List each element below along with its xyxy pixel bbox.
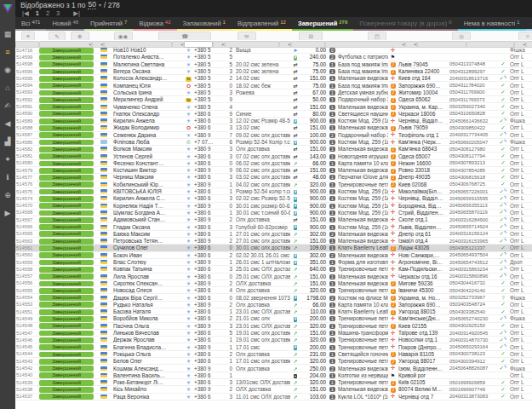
table-row[interactable]: 514579ЗавершенийКостишин Виктор✳+380 990… [15, 167, 532, 174]
table-row[interactable]: 514596ЗавершенийВегера Оксана✳+380 5320.… [15, 68, 532, 75]
table-row[interactable]: 514542ЗавершенийКошмак Александ…✳+380 90… [15, 365, 532, 372]
payment-bank-icon: ₴ [294, 345, 298, 350]
country-cell [100, 188, 112, 194]
payment-cell: ⇄ [290, 146, 300, 152]
table-row[interactable]: 514570ЗавершенийКорнелюк Надія Т…✳+380 9… [15, 203, 532, 210]
delivery-courier-icon: J [391, 112, 396, 117]
marketing-icon[interactable]: ◀ [2, 118, 14, 129]
table-row[interactable]: 514588ЗавершенийЖидак ВолодимирO+380 631… [15, 124, 532, 131]
source-star-icon: ✳ [186, 267, 191, 272]
table-row[interactable]: 514567ЗавершенийАдамовський Стан…✳+380 9… [15, 216, 532, 223]
info-icon[interactable]: ℹ [2, 172, 14, 182]
tab-завершений[interactable]: Завершений278 [292, 17, 353, 31]
clients-icon[interactable]: ◉ [2, 65, 14, 75]
quantity-badge: 1 [329, 260, 335, 265]
table-row[interactable]: 514586ЗавершенийФіліпова Люба✆+7 07…6Роз… [15, 139, 532, 146]
table-row[interactable]: 514546ЗавершенийДержак Ярослав✳+380 6119… [15, 337, 532, 343]
quantity-badge: 1 [329, 90, 335, 95]
tab-відправлений[interactable]: Відправлений12 [232, 17, 292, 31]
page-button-2[interactable]: 2 [46, 9, 49, 17]
table-row[interactable]: 514539ЗавершенийРоке-Бетанкурт Лі…✳+380 … [15, 379, 532, 386]
table-row[interactable]: 514576ЗавершенийКобилинський Юр…✳+380 91… [15, 181, 532, 188]
table-row[interactable]: 514557ЗавершенийЛила Ярослав✳+380 6025.0… [15, 274, 532, 280]
table-row[interactable]: 514568ЗавершенийШумлас Богдана А…✳+380 6… [15, 210, 532, 216]
table-row[interactable]: 514575ЗавершенийКВІТОВСЬКА ЮЛІЯ✳+380 61Р… [15, 188, 532, 195]
table-row[interactable]: 514560ЗавершенийБокоч Иван✳+380 6202.02 … [15, 252, 532, 259]
page-button-3[interactable]: 3 [56, 9, 60, 17]
table-row[interactable]: 514547ЗавершенийЛиньков Вячеслав✳+380 65… [15, 330, 532, 337]
tab-всі[interactable]: Всі471 [15, 17, 46, 31]
table-row[interactable]: 514590ЗавершенийГнатюк Олександр✳+380 69… [15, 111, 532, 118]
delivery-ukrposhta-icon: ✛ [391, 230, 395, 236]
orders-icon[interactable]: ≡ [2, 47, 14, 57]
table-row[interactable]: 514591ЗавершенийЧумаченко Олена✳+380 54⇄… [15, 103, 532, 110]
product-cell: Маленькая видеокамера SQ8 *… [337, 216, 388, 222]
delivery-courier-icon: J [391, 84, 396, 89]
table-row[interactable]: 514589ЗавершенийКирилич Анжела✳+380 6312… [15, 118, 532, 124]
table-row[interactable]: 514565ЗавершенийБаюка Максим✳+380 6127.0… [15, 231, 532, 238]
table-row[interactable]: 514537ЗавершенийРаца Вероніка✳+380 6311.… [15, 394, 532, 400]
table-row[interactable]: 514563ЗавершенийПетровська Тетян…✳+380 9… [15, 238, 532, 245]
table-row[interactable]: 514574ЗавершенийКирилич Анжела С…✳+380 6… [15, 195, 532, 202]
table-row[interactable]: 514587ЗавершенийСеменюк Дарина✳+380 9709… [15, 132, 532, 139]
tab-запакований[interactable]: Запакований1 [177, 17, 232, 31]
country-cell [100, 68, 112, 74]
table-row[interactable]: 514555ЗавершенийНовосад Олеся✳+380 64Олх… [15, 287, 532, 294]
settings-icon[interactable]: ✦ [2, 154, 14, 164]
store-icon[interactable]: ⌂ [2, 83, 14, 93]
page-size-dropdown-arrow[interactable]: ▾ [99, 2, 101, 8]
table-row[interactable]: 514595ЗавершенийКолосок Александр…is+380… [15, 75, 532, 82]
site-icon[interactable]: ⊕ [2, 190, 14, 200]
table-row[interactable]: 514558ЗавершенийКовпак Татьяна✳+380 6325… [15, 266, 532, 273]
payment-cod-icon: ⇄ [293, 69, 297, 74]
table-row[interactable]: 514593ЗавершенийСольська Ірина✳+380 53Ро… [15, 89, 532, 96]
app-logo[interactable] [0, 0, 15, 17]
check-icon: ✓ [501, 124, 505, 130]
statistics-icon[interactable]: ▟ [2, 136, 14, 147]
table-row[interactable]: 514553ЗавершенийРудько Наталья✳+380 92Ол… [15, 302, 532, 308]
table-row[interactable]: 514559ЗавершенийВлас Слотюу✳+380 9126.01… [15, 259, 532, 266]
table-row[interactable]: 514599ЗавершенийПоталенко Анаста…✳+380 5… [15, 54, 532, 60]
table-row[interactable]: 514577ЗавершенийЧерниш Максим✳+380 6303.… [15, 174, 532, 181]
table-row[interactable]: 514548ЗавершенийПасічна Ольга✳+380 9323.… [15, 323, 532, 330]
source-star-icon: ✳ [186, 324, 191, 329]
last-page-button[interactable]: ▶| [73, 9, 80, 17]
hand-icon[interactable]: ✍ [2, 101, 14, 111]
table-row[interactable]: 514580ЗавершенийФесенко Констант…✳+380 6… [15, 160, 532, 167]
table-row[interactable]: 514716ЗавершенийНов10 Нов10✳+380 52Выща➤… [15, 47, 532, 54]
order-id-cell: 514540 [15, 372, 38, 377]
table-row[interactable]: 514554ЗавершенийДацюк Віра Сергії…✳+380 … [15, 294, 532, 301]
country-cell [100, 146, 112, 152]
table-row[interactable]: 514549ЗавершенийВоробйов Микола✳+380 622… [15, 315, 532, 322]
table-row[interactable]: 514544ЗавершенийРокіцька Ольга✳+380 62Ол… [15, 351, 532, 358]
tab-новий[interactable]: Новий48 [46, 17, 84, 31]
video-icon[interactable]: ▶ [2, 208, 14, 218]
table-row[interactable]: 514598ЗавершенийМалютина Светлана✳+380 5… [15, 61, 532, 68]
table-row[interactable]: 514540ЗавершенийВалентина Василь…✳+380 6… [15, 372, 532, 379]
table-row[interactable]: 514561ЗавершенийСучилов Олег✳+380 6030.0… [15, 245, 532, 251]
tab-самовивіз[interactable]: Самовивіз2 [526, 17, 532, 31]
first-page-button[interactable]: |◀ [22, 9, 29, 17]
client-name-cell: Кирилич Анжела [112, 118, 184, 124]
table-row[interactable]: 514538ЗавершенийКісь Михайло✳+380 92ОЛХ … [15, 386, 532, 393]
page-size-dropdown[interactable]: 50 [88, 0, 95, 9]
tab-прийнятий[interactable]: Прийнятий7 [84, 17, 133, 31]
table-row[interactable]: 514592ЗавершенийМерклингер Андрейis+380 … [15, 96, 532, 103]
comment-cell: Голубой 60-62розмір [235, 224, 290, 230]
table-row[interactable]: 514594ЗавершенийКомпанец ЮляO+380 5018.0… [15, 82, 532, 89]
table-row[interactable]: 514543ЗавершенийБелов Олег✳+380 6117.01 … [15, 358, 532, 365]
product-cell: Маленькая видеокамера SQ8 *… [337, 104, 388, 110]
phone-cell: +380 6 [193, 295, 223, 301]
page-button-1[interactable]: 1 [36, 9, 39, 17]
table-row[interactable]: 514566ЗавершенийГладик Оксана✳+380 63Гол… [15, 223, 532, 230]
table-row[interactable]: 514545ЗавершенийБлагінна Владисла…✳+380 … [15, 343, 532, 350]
table-row[interactable]: 514556ЗавершенийСиротюк Олексан…✳+380 92… [15, 280, 532, 287]
dashboard-icon[interactable]: ▦ [2, 29, 14, 39]
table-row[interactable]: 514582ЗавершенийВолков Максим✳+380 93Олх… [15, 146, 532, 153]
tab-нема-в-наявності[interactable]: Нема в наявності1 [458, 17, 526, 31]
ukraine-flag-icon [100, 395, 107, 399]
tab-повернення-товару-в-дорозі-[interactable]: Повернення товару (в дорозі)0 [353, 17, 457, 31]
tab-відмова[interactable]: Відмова42 [133, 17, 176, 31]
table-row[interactable]: 514581ЗавершенийУстинов Сергей✳+380 6307… [15, 153, 532, 159]
table-row[interactable]: 514551ЗавершенийБасова Наталя✳+380 6123.… [15, 308, 532, 315]
